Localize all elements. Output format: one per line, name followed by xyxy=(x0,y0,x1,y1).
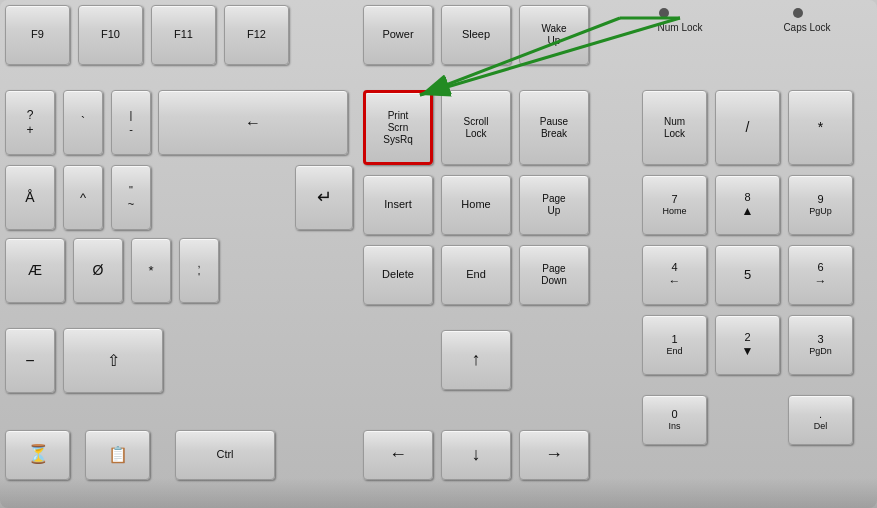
key-tilde[interactable]: "~ xyxy=(111,165,151,230)
caps-lock-label: Caps Lock xyxy=(762,22,852,33)
key-arrow-down[interactable]: ↓ xyxy=(441,430,511,480)
key-num-5[interactable]: 5 xyxy=(715,245,780,305)
key-page-down[interactable]: PageDown xyxy=(519,245,589,305)
num-lock-indicator xyxy=(659,8,669,18)
key-f10[interactable]: F10 xyxy=(78,5,143,65)
key-arrow-up[interactable]: ↑ xyxy=(441,330,511,390)
key-num-7[interactable]: 7Home xyxy=(642,175,707,235)
key-delete[interactable]: Delete xyxy=(363,245,433,305)
key-home[interactable]: Home xyxy=(441,175,511,235)
key-arrow-left[interactable]: ← xyxy=(363,430,433,480)
bottom-fade xyxy=(0,478,877,508)
key-f11[interactable]: F11 xyxy=(151,5,216,65)
key-minus[interactable]: − xyxy=(5,328,55,393)
key-num-8[interactable]: 8▲ xyxy=(715,175,780,235)
key-pause-break[interactable]: PauseBreak xyxy=(519,90,589,165)
key-end[interactable]: End xyxy=(441,245,511,305)
key-num-lock[interactable]: NumLock xyxy=(642,90,707,165)
key-o-slash[interactable]: Ø xyxy=(73,238,123,303)
key-ae[interactable]: Æ xyxy=(5,238,65,303)
key-num-9[interactable]: 9PgUp xyxy=(788,175,853,235)
key-num-slash[interactable]: / xyxy=(715,90,780,165)
key-scroll-lock[interactable]: ScrollLock xyxy=(441,90,511,165)
key-num-1[interactable]: 1End xyxy=(642,315,707,375)
key-comma-quote[interactable]: ,' xyxy=(179,238,219,303)
key-wake-up[interactable]: WakeUp xyxy=(519,5,589,65)
num-lock-label: Num Lock xyxy=(640,22,720,33)
key-ctrl[interactable]: Ctrl xyxy=(175,430,275,480)
key-asterisk[interactable]: * xyxy=(131,238,171,303)
key-num-0[interactable]: 0Ins xyxy=(642,395,707,445)
key-page-up[interactable]: PageUp xyxy=(519,175,589,235)
key-num-asterisk[interactable]: * xyxy=(788,90,853,165)
key-f9[interactable]: F9 xyxy=(5,5,70,65)
key-num-dot[interactable]: .Del xyxy=(788,395,853,445)
key-arrow-right[interactable]: → xyxy=(519,430,589,480)
key-pipe[interactable]: |- xyxy=(111,90,151,155)
key-backtick[interactable]: ` xyxy=(63,90,103,155)
key-shift[interactable]: ⇧ xyxy=(63,328,163,393)
key-power[interactable]: Power xyxy=(363,5,433,65)
key-caret[interactable]: ^ xyxy=(63,165,103,230)
key-clipboard[interactable]: 📋 xyxy=(85,430,150,480)
key-num-2[interactable]: 2▼ xyxy=(715,315,780,375)
key-num-6[interactable]: 6→ xyxy=(788,245,853,305)
key-question-plus[interactable]: ?+ xyxy=(5,90,55,155)
keyboard-diagram: F9 F10 F11 F12 Power Sleep WakeUp Num Lo… xyxy=(0,0,877,508)
caps-lock-indicator xyxy=(793,8,803,18)
key-a-ring[interactable]: Å xyxy=(5,165,55,230)
key-num-4[interactable]: 4← xyxy=(642,245,707,305)
key-backspace[interactable]: ← xyxy=(158,90,348,155)
key-num-3[interactable]: 3PgDn xyxy=(788,315,853,375)
key-print-scrn[interactable]: PrintScrnSysRq xyxy=(363,90,433,165)
key-f12[interactable]: F12 xyxy=(224,5,289,65)
key-insert[interactable]: Insert xyxy=(363,175,433,235)
key-enter[interactable]: ↵ xyxy=(295,165,353,230)
key-sleep[interactable]: Sleep xyxy=(441,5,511,65)
key-hourglass[interactable]: ⏳ xyxy=(5,430,70,480)
